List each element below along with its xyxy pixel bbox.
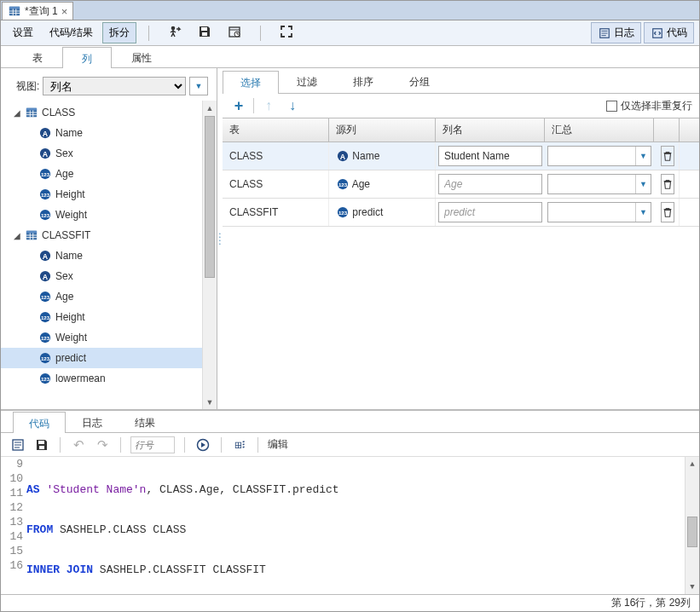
window-tab-title: *查询 1 bbox=[25, 4, 58, 19]
cell-table: CLASSFIT bbox=[223, 199, 329, 226]
schedule-button[interactable] bbox=[221, 21, 248, 44]
tree-col-height[interactable]: Height bbox=[1, 184, 202, 205]
subtab-filter[interactable]: 过滤 bbox=[279, 70, 335, 93]
chevron-down-icon: ▼ bbox=[635, 175, 651, 193]
summary-select[interactable]: ▼ bbox=[547, 174, 651, 194]
tree-col-weight[interactable]: Weight bbox=[1, 205, 202, 225]
save-button[interactable] bbox=[191, 21, 218, 44]
tree-col-sex2[interactable]: Sex bbox=[1, 266, 202, 286]
table-icon bbox=[25, 106, 38, 119]
grid-header-table[interactable]: 表 bbox=[223, 118, 329, 141]
fullscreen-button[interactable] bbox=[273, 21, 300, 44]
column-name-input[interactable] bbox=[438, 146, 542, 166]
tree-col-predict[interactable]: predict bbox=[1, 348, 202, 368]
log-button[interactable]: 日志 bbox=[591, 22, 641, 43]
cursor-position: 第 16行，第 29列 bbox=[611, 596, 691, 610]
num-icon bbox=[38, 208, 52, 222]
delete-row-button[interactable] bbox=[661, 202, 674, 222]
num-icon bbox=[38, 188, 52, 201]
close-icon[interactable]: × bbox=[61, 5, 68, 18]
chevron-down-icon: ▼ bbox=[195, 82, 203, 90]
tree-node-classfit[interactable]: ◢CLASSFIT bbox=[1, 225, 202, 245]
scroll-thumb[interactable] bbox=[687, 517, 697, 547]
cell-source: Name bbox=[329, 142, 436, 170]
settings-button[interactable]: 设置 bbox=[6, 22, 40, 43]
grid-header-name[interactable]: 列名 bbox=[436, 118, 545, 141]
window-tab-query1[interactable]: *查询 1 × bbox=[2, 2, 73, 20]
split-button[interactable]: 拆分 bbox=[102, 22, 136, 43]
tree-col-name2[interactable]: Name bbox=[1, 245, 202, 266]
tree-node-class[interactable]: ◢CLASS bbox=[1, 102, 202, 123]
add-column-button[interactable]: + bbox=[229, 96, 248, 115]
run-code-button[interactable] bbox=[194, 436, 211, 453]
fullscreen-icon bbox=[280, 25, 293, 38]
tab-columns[interactable]: 列 bbox=[62, 47, 112, 68]
tab-tables[interactable]: 表 bbox=[13, 46, 62, 67]
tree-col-height2[interactable]: Height bbox=[1, 307, 202, 327]
scroll-up-icon[interactable]: ▲ bbox=[203, 101, 217, 115]
char-icon bbox=[336, 149, 350, 163]
tree-col-lowermean[interactable]: lowermean bbox=[1, 368, 202, 389]
tree-col-age[interactable]: Age bbox=[1, 164, 202, 184]
scroll-up-icon[interactable]: ▲ bbox=[686, 457, 699, 471]
grid-row[interactable]: CLASSFIT predict▼ bbox=[223, 199, 699, 227]
grid-row[interactable]: CLASS Age▼ bbox=[223, 170, 699, 199]
subtab-select[interactable]: 选择 bbox=[223, 71, 279, 94]
char-icon bbox=[38, 269, 52, 283]
scroll-down-icon[interactable]: ▼ bbox=[203, 395, 217, 409]
num-icon bbox=[38, 331, 52, 344]
grid-header-summary[interactable]: 汇总 bbox=[545, 118, 654, 141]
tree-col-weight2[interactable]: Weight bbox=[1, 327, 202, 348]
query-icon bbox=[8, 4, 21, 18]
save-code-button[interactable] bbox=[33, 436, 50, 453]
tab-properties[interactable]: 属性 bbox=[112, 46, 171, 67]
open-button[interactable] bbox=[9, 436, 26, 453]
grid-header-source[interactable]: 源列 bbox=[329, 118, 436, 141]
tree-col-sex[interactable]: Sex bbox=[1, 143, 202, 164]
num-icon bbox=[336, 205, 350, 219]
code-result-button[interactable]: 代码/结果 bbox=[43, 22, 100, 43]
table-icon bbox=[25, 228, 38, 242]
num-icon bbox=[38, 372, 52, 385]
delete-row-button[interactable] bbox=[661, 174, 674, 194]
distinct-label: 仅选择非重复行 bbox=[621, 99, 692, 113]
run-button[interactable] bbox=[161, 21, 188, 44]
redo-button: ↷ bbox=[94, 436, 111, 453]
code-button[interactable]: 代码 bbox=[644, 22, 694, 43]
grid-row[interactable]: CLASS Name▼ bbox=[223, 142, 699, 170]
subtab-group[interactable]: 分组 bbox=[391, 70, 448, 93]
scroll-down-icon[interactable]: ▼ bbox=[686, 580, 699, 594]
main-toolbar: 设置 代码/结果 拆分 日志 代码 bbox=[1, 20, 699, 46]
move-up-button: ↑ bbox=[259, 96, 278, 115]
tree-scrollbar[interactable]: ▲ ▼ bbox=[202, 101, 217, 409]
code-editor[interactable]: 9101112 13141516 AS 'Student Name'n, CLA… bbox=[1, 457, 699, 594]
save-icon bbox=[198, 25, 211, 38]
goto-line-input[interactable] bbox=[130, 436, 175, 453]
summary-select[interactable]: ▼ bbox=[547, 202, 651, 222]
format-button[interactable]: ⊞፧ bbox=[231, 436, 248, 453]
view-options-button[interactable]: ▼ bbox=[189, 77, 208, 95]
move-down-button[interactable]: ↓ bbox=[283, 96, 302, 115]
view-label: 视图: bbox=[16, 79, 39, 94]
tree-col-name[interactable]: Name bbox=[1, 123, 202, 143]
codetab-code[interactable]: 代码 bbox=[13, 412, 66, 433]
num-icon bbox=[38, 310, 52, 324]
codetab-result[interactable]: 结果 bbox=[119, 411, 171, 432]
column-tree[interactable]: ◢CLASS Name Sex Age Height Weight ◢CLASS… bbox=[1, 101, 202, 409]
view-select[interactable]: 列名 bbox=[43, 77, 186, 95]
code-content: AS 'Student Name'n, CLASS.Age, CLASSFIT.… bbox=[26, 457, 685, 594]
column-name-input[interactable] bbox=[438, 174, 542, 194]
summary-select[interactable]: ▼ bbox=[547, 146, 651, 166]
edit-label[interactable]: 编辑 bbox=[268, 437, 288, 452]
tree-col-age2[interactable]: Age bbox=[1, 286, 202, 307]
collapse-icon: ◢ bbox=[13, 231, 21, 240]
char-icon bbox=[38, 126, 52, 140]
delete-row-button[interactable] bbox=[661, 146, 674, 166]
distinct-checkbox[interactable]: 仅选择非重复行 bbox=[606, 99, 692, 113]
subtab-sort[interactable]: 排序 bbox=[335, 70, 391, 93]
scroll-thumb[interactable] bbox=[205, 116, 215, 278]
code-toolbar: ↶ ↷ ⊞፧ 编辑 bbox=[1, 433, 699, 457]
codetab-log[interactable]: 日志 bbox=[66, 411, 119, 432]
column-name-input[interactable] bbox=[438, 202, 542, 222]
code-scrollbar[interactable]: ▲ ▼ bbox=[685, 457, 699, 594]
